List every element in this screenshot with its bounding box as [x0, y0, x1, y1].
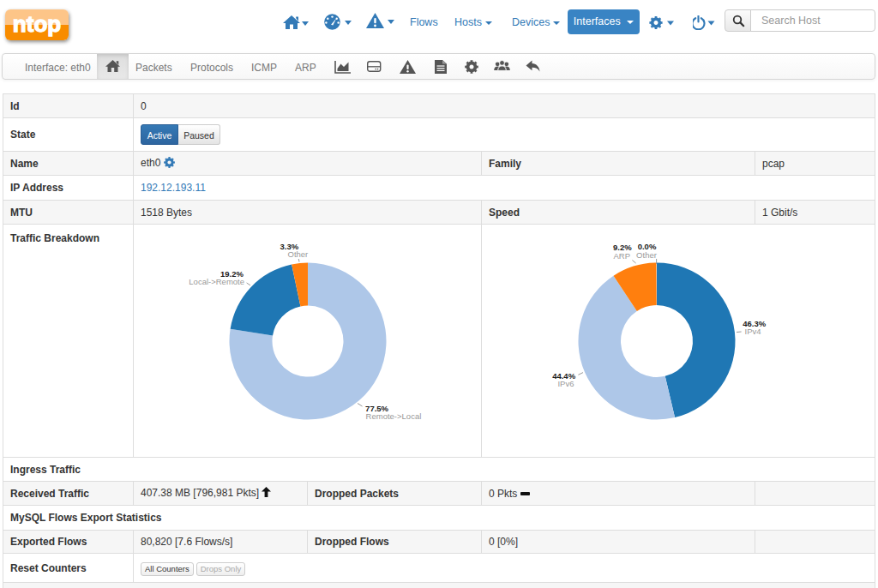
svg-text:IPv4: IPv4 [745, 327, 761, 336]
svg-text:Remote->Local: Remote->Local [366, 411, 422, 421]
svg-text:Local->Remote: Local->Remote [189, 277, 244, 286]
svg-text:Other: Other [288, 249, 309, 259]
svg-text:Other: Other [636, 250, 657, 260]
svg-text:IPv6: IPv6 [557, 379, 574, 388]
svg-text:ARP: ARP [613, 251, 630, 261]
